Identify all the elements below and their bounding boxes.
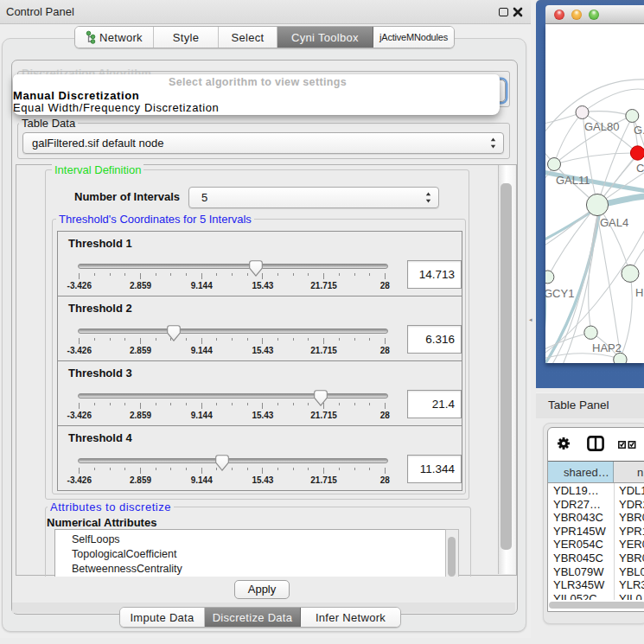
svg-text:GAL11: GAL11 <box>556 174 590 187</box>
svg-text:HAP2: HAP2 <box>592 341 622 354</box>
svg-text:GAL4: GAL4 <box>600 216 628 229</box>
svg-text:C: C <box>636 162 644 175</box>
svg-text:H: H <box>635 286 643 299</box>
svg-text:GCY1: GCY1 <box>545 287 574 300</box>
svg-text:GAL80: GAL80 <box>584 120 619 133</box>
svg-text:G.: G. <box>634 124 644 137</box>
